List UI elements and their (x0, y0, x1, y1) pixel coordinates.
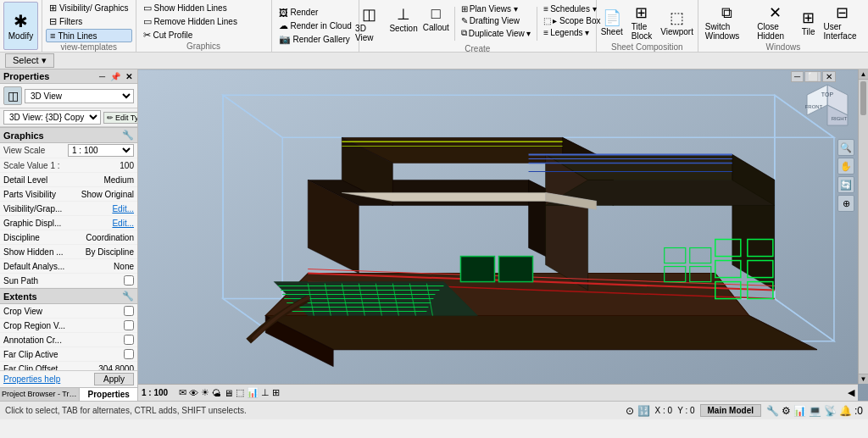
right-status-icons: 🔧 ⚙ 📊 💻 📡 🔔 :0 (766, 405, 863, 417)
modify-icon: ✱ (14, 11, 28, 31)
remove-hidden-lines-btn[interactable]: ▭ Remove Hidden Lines (140, 15, 241, 28)
annotation-cr-checkbox[interactable] (124, 335, 134, 345)
sun-path-checkbox[interactable] (124, 275, 134, 286)
drafting-view-btn[interactable]: ✎ Drafting View (459, 15, 534, 26)
apply-button[interactable]: Apply (94, 373, 134, 385)
shadows-icon[interactable]: 🌤 (212, 388, 221, 398)
viewport-close-btn[interactable]: ✕ (822, 71, 836, 82)
settings-status-icon[interactable]: 🔧 (766, 405, 779, 417)
viewport-minimize-btn[interactable]: ─ (791, 71, 804, 82)
crop-region-row: Crop Region V... (0, 319, 137, 333)
properties-tab[interactable]: Properties (80, 388, 137, 401)
schedules-btn[interactable]: ≡ Schedules ▾ (541, 3, 603, 14)
filters-btn[interactable]: ⊟ Filters (46, 15, 132, 28)
render-btn[interactable]: 🖼 Render (275, 7, 355, 19)
legends-btn[interactable]: ≡ Legends ▾ (541, 27, 603, 38)
view-cube[interactable]: TOP FRONT RIGHT (800, 78, 854, 132)
hidden-icon[interactable]: ✉ (179, 387, 186, 398)
graphics-section-toggle[interactable]: 🔧 (122, 130, 134, 141)
area-icon[interactable]: ⊞ (272, 387, 280, 398)
far-clip-active-checkbox[interactable] (124, 349, 134, 359)
remove-hidden-label: Remove Hidden Lines (154, 17, 237, 26)
show-hidden-lines-btn[interactable]: ▭ Show Hidden Lines (140, 2, 241, 14)
render-gallery-btn[interactable]: 📷 Render Gallery (275, 33, 355, 46)
select-bar: Select ▾ (0, 53, 868, 69)
crop-region-checkbox[interactable] (124, 320, 134, 330)
revisions-btn[interactable]: ⬚ Viewport (657, 7, 697, 38)
view-type-icon: ◫ (3, 86, 22, 105)
parts-vis-label: Parts Visibility (3, 190, 69, 199)
plan-views-btn[interactable]: ⊞ Plan Views ▾ (459, 3, 534, 14)
3d-view-icon: ◫ (362, 5, 376, 24)
filters-icon: ⊟ (49, 16, 57, 27)
scroll-thumb-right[interactable] (860, 81, 866, 115)
scope-box-btn[interactable]: ⬚ ▸ Scope Box (541, 15, 603, 26)
project-browser-tab[interactable]: Project Browser - Trabalho... (0, 388, 80, 401)
modify-button[interactable]: ✱ Modify (3, 2, 38, 50)
full-nav-btn[interactable]: ⊕ (837, 195, 854, 212)
render-mode-icon[interactable]: 🖥 (224, 388, 233, 398)
view-name-select[interactable]: 3D View: {3D} Copy (3, 110, 101, 125)
viewport-restore-btn[interactable]: ⬜ (804, 71, 821, 82)
section-btn[interactable]: ⊥ Section (387, 3, 419, 35)
insight-icon[interactable]: 💻 (809, 405, 821, 417)
viewport[interactable]: TOP FRONT RIGHT 🔍 ✋ 🔄 ⊕ ─ ⬜ ✕ 1 : 100 ✉ … (138, 69, 868, 401)
analysis-icon[interactable]: 📊 (247, 387, 259, 398)
edit-type-btn[interactable]: ✏ Edit Type (103, 112, 138, 124)
pan-btn[interactable]: ✋ (837, 158, 854, 175)
3d-view-btn[interactable]: ◫ 3D View (352, 3, 386, 44)
detail-level-label: Detail Level (3, 175, 69, 185)
crop-view-checkbox[interactable] (124, 306, 134, 316)
expand-icon[interactable]: ◀ (848, 387, 854, 398)
ribbon-group-modify: ✱ Modify (0, 0, 42, 52)
section-icon-bar[interactable]: ⊥ (261, 387, 270, 398)
worksets-icon[interactable]: ⊙ (626, 405, 634, 417)
panel-pin-btn[interactable]: 📌 (108, 72, 122, 81)
zoom-btn[interactable]: 🔍 (837, 139, 854, 156)
annotation-cr-label: Annotation Cr... (3, 335, 124, 345)
select-dropdown[interactable]: Select ▾ (5, 53, 54, 68)
view-scale-value[interactable]: 1 : 100 (68, 144, 134, 157)
user-interface-btn[interactable]: ⊟ User Interface (821, 2, 865, 42)
tile-btn[interactable]: ⊞ Tile (798, 7, 819, 38)
render-cloud-btn[interactable]: ☁ Render in Cloud (275, 19, 355, 32)
scroll-up-btn[interactable]: ▲ (859, 69, 868, 80)
orbit-btn[interactable]: 🔄 (837, 176, 854, 193)
title-block-btn[interactable]: ⊞ Title Block (628, 2, 655, 42)
cloud-model-icon[interactable]: 📡 (824, 405, 837, 417)
viewport-scrollbar-right[interactable]: ▲ ▼ (858, 69, 868, 384)
coord-display: X : 0 Y : 0 (655, 406, 695, 415)
sheet-btn[interactable]: 📄 Sheet (598, 7, 626, 38)
vis-grap-val[interactable]: Edit... (69, 204, 134, 213)
duplicate-view-label: Duplicate View ▾ (469, 29, 531, 38)
view-selector: ◫ 3D View (0, 84, 137, 108)
props-content[interactable]: Graphics 🔧 View Scale 1 : 100 Scale Valu… (0, 127, 137, 370)
crop-icon[interactable]: ⬚ (236, 387, 244, 398)
volume-icon[interactable]: :0 (854, 405, 863, 417)
callout-btn[interactable]: □ Callout (421, 3, 451, 34)
panel-close-btn[interactable]: ✕ (124, 72, 134, 81)
view-type-dropdown[interactable]: 3D View (25, 89, 134, 103)
duplicate-view-btn[interactable]: ⧉ Duplicate View ▾ (459, 27, 534, 39)
sun-icon[interactable]: ☀ (201, 387, 209, 398)
graphic-disp-val[interactable]: Edit... (69, 219, 134, 228)
ribbon-group-sheet: 📄 Sheet ⊞ Title Block ⬚ Viewport Sheet C… (597, 0, 698, 52)
create-group-label: Create (465, 44, 490, 53)
cut-profile-btn[interactable]: ✂ Cut Profile (140, 29, 241, 42)
design-options-icon[interactable]: 🔢 (637, 405, 650, 417)
close-hidden-btn[interactable]: ✕ Close Hidden (754, 2, 797, 42)
visibility-ctrl-icon[interactable]: 👁 (189, 388, 198, 398)
active-workset[interactable]: Main Model (700, 404, 761, 417)
properties-help-link[interactable]: Properties help (3, 374, 91, 384)
extents-section-toggle[interactable]: 🔧 (122, 291, 134, 302)
notification-icon[interactable]: 🔔 (839, 405, 852, 417)
panel-minimize-btn[interactable]: ─ (97, 72, 107, 81)
switch-windows-btn[interactable]: ⧉ Switch Windows (702, 3, 753, 42)
sync-icon[interactable]: ⚙ (782, 405, 791, 417)
ribbon-group-graphics-label: Graphics (186, 42, 220, 51)
collab-icon[interactable]: 📊 (793, 405, 806, 417)
revisions-label: Viewport (660, 27, 693, 36)
visibility-graphics-btn[interactable]: ⊞ Visibility/ Graphics (46, 2, 132, 14)
thin-lines-btn[interactable]: ≡ Thin Lines (46, 29, 132, 42)
scroll-down-btn[interactable]: ▼ (859, 374, 868, 384)
